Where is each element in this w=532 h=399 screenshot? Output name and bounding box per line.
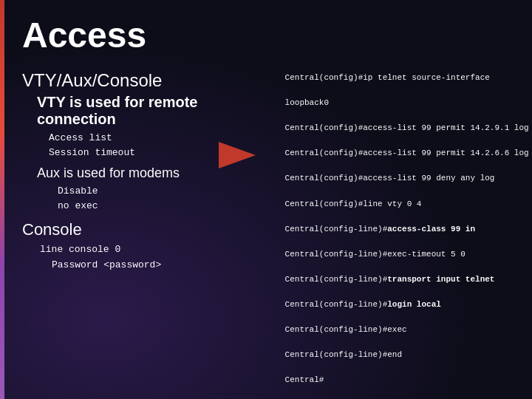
terminal-line-13: Central# [285,375,324,384]
terminal-line-8: Central(config-line)#exec-timeout 5 0 [285,250,466,259]
terminal-line-2: loopback0 [285,98,329,107]
page-title: Access [22,15,226,55]
terminal-line-4: Central(config)#access-list 99 permit 14… [285,149,529,157]
aux-item-1: Disable [58,184,226,199]
right-arrow-icon [219,142,256,168]
section-vty-aux-console: VTY/Aux/Console VTY is used for remote c… [22,70,226,273]
arrow-indicator [219,142,263,168]
left-panel: Access VTY/Aux/Console VTY is used for r… [4,0,241,399]
aux-item-2: no exec [58,199,226,214]
terminal-line-10: Central(config-line)#login local [285,300,441,309]
sub-heading-console: Console [22,220,226,239]
sub-heading-vty: VTY is used for remote connection [37,94,226,128]
terminal-output: Central(config)#ip telnet source-interfa… [256,59,529,399]
terminal-line-7: Central(config-line)#access-class 99 in [285,225,475,233]
terminal-line-1: Central(config)#ip telnet source-interfa… [285,73,490,82]
terminal-line-11: Central(config-line)#exec [285,325,407,334]
terminal-line-9: Central(config-line)#transport input tel… [285,275,495,284]
main-content: Access VTY/Aux/Console VTY is used for r… [4,0,532,399]
terminal-line-3: Central(config)#access-list 99 permit 14… [285,123,529,132]
console-item-1: line console 0 [40,242,226,258]
section-heading-1: VTY/Aux/Console [22,70,226,91]
terminal-line-12: Central(config-line)#end [285,350,402,359]
terminal-line-5: Central(config)#access-list 99 deny any … [285,174,495,183]
console-item-2: Password <password> [52,258,226,273]
vty-item-2: Session timeout [49,146,226,160]
right-panel: Central(config)#ip telnet source-interfa… [241,0,532,399]
vty-item-1: Access list [49,131,226,146]
sub-heading-aux: Aux is used for modems [37,166,226,181]
terminal-line-6: Central(config)#line vty 0 4 [285,200,422,208]
